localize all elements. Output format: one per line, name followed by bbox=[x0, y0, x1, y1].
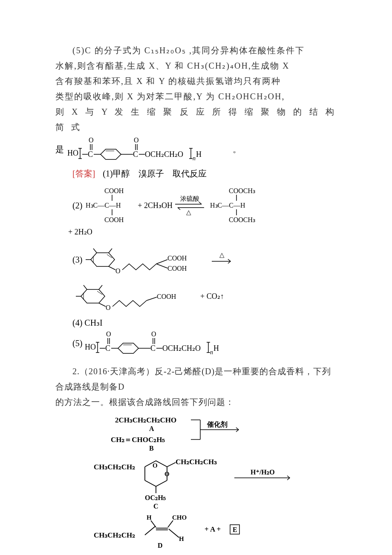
svg-line-47 bbox=[109, 266, 115, 270]
svg-marker-41 bbox=[91, 253, 115, 266]
svg-text:CH₂CH₂CH₃: CH₂CH₂CH₃ bbox=[176, 458, 217, 466]
svg-line-110 bbox=[145, 526, 155, 535]
svg-text:OC₂H₅: OC₂H₅ bbox=[145, 494, 166, 501]
svg-text:n: n bbox=[193, 155, 196, 162]
explanation-5-line1: (5)C 的分子式为 C₁₅H₂₀O₅ ,其同分异构体在酸性条件下 bbox=[55, 43, 337, 58]
svg-text:HO: HO bbox=[85, 343, 96, 351]
answer-5-prefix: (5) bbox=[72, 338, 82, 348]
polymer-structure-2-icon: HO O C O C OCH₂CH₂O n H bbox=[82, 330, 244, 356]
svg-text:COOH: COOH bbox=[104, 216, 124, 223]
answer-label: [答案] bbox=[72, 169, 95, 178]
svg-text:C: C bbox=[153, 503, 159, 510]
q2-intro-line2: 的方法之一。根据该合成路线回答下列问题： bbox=[55, 394, 337, 410]
svg-text:△: △ bbox=[219, 251, 225, 258]
svg-text:CH₃CH₂CH₂: CH₃CH₂CH₂ bbox=[94, 531, 135, 539]
svg-text:H: H bbox=[179, 535, 184, 542]
svg-text:CH₃CH₂CH₂: CH₃CH₂CH₂ bbox=[94, 463, 135, 471]
svg-line-114 bbox=[151, 520, 156, 527]
svg-text:O: O bbox=[106, 330, 111, 338]
svg-text:O: O bbox=[151, 330, 156, 338]
svg-text:浓硫酸: 浓硫酸 bbox=[180, 195, 199, 202]
svg-line-45 bbox=[109, 249, 112, 253]
svg-text:H₃C—C—H: H₃C—C—H bbox=[86, 202, 121, 209]
svg-text:HO: HO bbox=[67, 149, 78, 157]
methylmalonic-right-icon: COOCH₃ H₃C—C—H COOCH₃ bbox=[207, 186, 271, 225]
svg-text:催化剂: 催化剂 bbox=[207, 420, 228, 428]
svg-line-102 bbox=[167, 462, 176, 467]
svg-text:A: A bbox=[149, 425, 154, 432]
fragment3-product-icon: O COOH bbox=[72, 279, 200, 313]
svg-text:2CH₃CH₂CH₂CHO: 2CH₃CH₂CH₂CHO bbox=[115, 416, 176, 424]
synthesis-scheme-icon: 2CH₃CH₂CH₂CHO A CH₂＝CHOC₂H₅ B 催化剂 CH₃CH₂… bbox=[77, 414, 315, 550]
answer-2-tail: + 2H₂O bbox=[68, 227, 337, 237]
svg-text:O: O bbox=[134, 136, 139, 144]
svg-text:OCH₂CH₂O: OCH₂CH₂O bbox=[145, 150, 183, 159]
methylmalonic-left-icon: COOH H₃C—C—H COOH bbox=[82, 186, 138, 225]
svg-text:COOH: COOH bbox=[157, 293, 176, 300]
svg-line-49 bbox=[156, 260, 167, 264]
answer-3-tail: + CO₂↑ bbox=[200, 292, 224, 301]
svg-line-50 bbox=[156, 264, 167, 268]
polymer-structure-icon: HO O C O C OCH₂CH₂O bbox=[67, 136, 229, 162]
answer-1: (1)甲醇 溴原子 取代反应 bbox=[103, 169, 206, 178]
svg-line-116 bbox=[168, 520, 173, 527]
svg-text:△: △ bbox=[186, 209, 191, 216]
explanation-5-line3: 含有羧基和苯环,且 X 和 Y 的核磁共振氢谱均只有两种 bbox=[55, 73, 337, 89]
svg-text:COOH: COOH bbox=[167, 254, 187, 262]
explanation-5-line2: 水解,则含有酯基,生成 X、Y 和 CH₃(CH₂)₄OH,生成物 X bbox=[55, 58, 337, 73]
svg-text:COOH: COOH bbox=[167, 265, 187, 272]
svg-line-58 bbox=[84, 285, 87, 289]
svg-text:H: H bbox=[196, 150, 202, 159]
line6-prefix: 是 bbox=[55, 144, 64, 155]
svg-text:E: E bbox=[233, 526, 237, 533]
svg-text:H: H bbox=[147, 514, 152, 521]
svg-text:H₃C—C—H: H₃C—C—H bbox=[210, 202, 245, 209]
svg-text:D: D bbox=[158, 542, 163, 549]
svg-line-61 bbox=[99, 303, 106, 306]
svg-text:C: C bbox=[105, 344, 110, 353]
explanation-5-line4: 类型的吸收峰,则 X 为对苯二甲酸,Y 为 CH₂OHCH₂OH, bbox=[55, 89, 337, 104]
svg-text:O: O bbox=[164, 471, 170, 477]
svg-text:H⁺/H₂O: H⁺/H₂O bbox=[251, 468, 275, 476]
svg-text:COOH: COOH bbox=[104, 187, 124, 194]
svg-text:OCH₂CH₂O: OCH₂CH₂O bbox=[162, 344, 201, 353]
fragment3-reactant-icon: O COOH COOH bbox=[82, 243, 210, 277]
answer-2-prefix: (2) bbox=[72, 201, 82, 211]
svg-text:C: C bbox=[133, 150, 138, 159]
svg-text:CHO: CHO bbox=[172, 514, 187, 521]
equilibrium-arrow-icon: 浓硫酸 △ bbox=[173, 195, 207, 216]
heat-arrow-icon: △ bbox=[210, 251, 236, 268]
answer-2-reagent: + 2CH₃OH bbox=[138, 201, 173, 210]
svg-line-59 bbox=[99, 285, 102, 289]
svg-line-113 bbox=[169, 529, 179, 538]
answer-3-prefix: (3) bbox=[72, 255, 82, 265]
svg-text:O: O bbox=[106, 304, 111, 311]
svg-text:CH₂＝CHOC₂H₅: CH₂＝CHOC₂H₅ bbox=[111, 436, 165, 444]
svg-text:C: C bbox=[88, 150, 93, 159]
svg-line-63 bbox=[147, 297, 157, 301]
line6-suffix: 。 bbox=[233, 144, 241, 155]
q2-intro-line1: 2.（2016·天津高考）反-2-己烯醛(D)是一种重要的合成香料，下列合成路线… bbox=[55, 364, 337, 394]
answer-4: (4) CH₃I bbox=[72, 318, 337, 328]
svg-text:O: O bbox=[89, 136, 94, 144]
svg-text:COOCH₃: COOCH₃ bbox=[229, 216, 255, 223]
svg-line-44 bbox=[93, 249, 97, 253]
svg-text:n: n bbox=[210, 349, 213, 356]
svg-text:O: O bbox=[153, 462, 158, 469]
svg-text:COOCH₃: COOCH₃ bbox=[229, 187, 255, 194]
svg-text:B: B bbox=[149, 445, 154, 452]
svg-text:C: C bbox=[150, 344, 156, 353]
explanation-5-line5: 则 X 与 Y 发 生 缩 聚 反 应 所 得 缩 聚 物 的 结 构 简 式 bbox=[55, 104, 337, 135]
svg-text:O: O bbox=[115, 267, 121, 275]
svg-text:+ A +: + A + bbox=[205, 525, 221, 533]
svg-marker-55 bbox=[81, 289, 105, 303]
svg-text:H: H bbox=[213, 344, 219, 353]
